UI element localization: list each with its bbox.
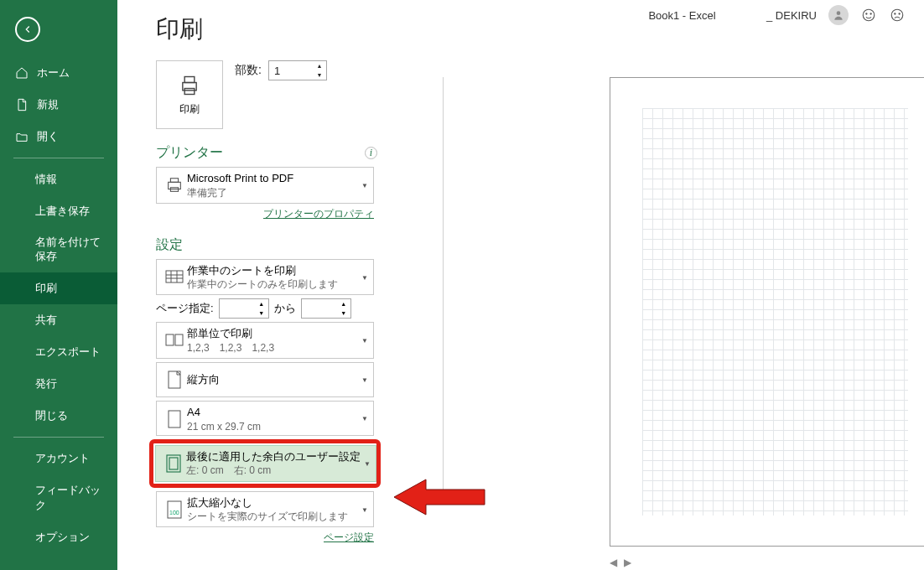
dd-title: A4 [187,405,368,420]
svg-rect-14 [169,411,180,428]
print-button[interactable]: 印刷 [156,60,223,129]
page-range-row: ページ指定: ▲▼ から ▲▼ [156,298,428,319]
smile-face-icon[interactable] [860,7,877,23]
nav-label: アカウント [35,451,90,466]
nav-share[interactable]: 共有 [0,304,117,336]
page-setup-link[interactable]: ページ設定 [156,531,374,545]
nav-label: 印刷 [35,281,57,296]
svg-point-20 [863,9,875,21]
svg-point-21 [866,13,867,14]
svg-text:100: 100 [169,510,179,516]
chevron-down-icon: ▼ [361,376,368,384]
dd-title: 縦方向 [187,372,368,387]
vertical-divider [443,77,444,493]
nav-label: フィードバック [35,483,106,513]
svg-point-25 [899,13,900,14]
callout-arrow-icon [394,476,486,518]
nav-label: 開く [37,129,59,144]
chevron-down-icon: ▼ [361,505,368,513]
nav-publish[interactable]: 発行 [0,368,117,400]
printer-name: Microsoft Print to PDF [187,171,368,186]
page-to-input[interactable]: ▲▼ [301,298,351,319]
scaling-icon: 100 [162,496,187,523]
highlighted-callout: 最後に適用した余白のユーザー設定 左: 0 cm 右: 0 cm ▼ [149,439,381,488]
svg-point-23 [891,9,903,21]
collate-icon [162,327,187,354]
svg-marker-26 [394,479,485,515]
info-icon[interactable]: i [365,147,377,159]
prev-page-icon[interactable]: ◀ [610,557,617,568]
page-size-icon [162,406,187,433]
orientation-portrait-icon [162,366,187,393]
copies-input[interactable]: 1 ▲▼ [268,60,327,80]
print-settings-panel: 印刷 印刷 部数: 1 ▲▼ プリンター i Microsoft [117,0,428,570]
back-button[interactable] [15,17,40,42]
title-bar: Book1 - Excel _ DEKIRU [459,0,906,30]
spinner-arrows-icon[interactable]: ▲▼ [313,61,326,80]
printer-icon [178,74,201,97]
printer-heading: プリンター i [156,144,428,162]
svg-rect-2 [184,88,195,94]
preview-grid [642,108,908,516]
margins-select[interactable]: 最後に適用した余白のユーザー設定 左: 0 cm 右: 0 cm ▼ [155,445,376,482]
nav-print[interactable]: 印刷 [0,272,117,304]
dd-sub: 左: 0 cm 右: 0 cm [186,464,371,477]
scaling-select[interactable]: 100 拡大縮小なし シートを実際のサイズで印刷します ▼ [156,491,374,528]
nav-export[interactable]: エクスポート [0,336,117,368]
chevron-down-icon: ▼ [361,337,368,345]
preview-nav: ◀ ▶ [610,557,907,568]
folder-open-icon [15,130,29,143]
username: _ DEKIRU [766,9,817,22]
svg-rect-16 [169,458,178,469]
settings-heading: 設定 [156,236,428,254]
print-button-label: 印刷 [179,102,200,117]
svg-rect-1 [184,76,195,82]
backstage-sidebar: ホーム 新規 開く 情報 上書き保存 名前を付けて保存 印刷 共有 エクスポート… [0,0,117,570]
nav-feedback[interactable]: フィードバック [0,474,117,521]
nav-info[interactable]: 情報 [0,163,117,195]
print-what-select[interactable]: 作業中のシートを印刷 作業中のシートのみを印刷します ▼ [156,259,374,296]
nav-label: 発行 [35,376,57,391]
nav-label: 名前を付けて保存 [35,236,106,264]
printer-select[interactable]: Microsoft Print to PDF 準備完了 ▼ [156,167,374,204]
main-area: 印刷 印刷 部数: 1 ▲▼ プリンター i Microsoft [117,0,924,570]
nav-account[interactable]: アカウント [0,443,117,474]
next-page-icon[interactable]: ▶ [624,557,631,568]
svg-rect-4 [170,179,178,183]
dd-sub: 1,2,3 1,2,3 1,2,3 [187,341,368,355]
svg-rect-6 [166,271,183,282]
dd-sub: シートを実際のサイズで印刷します [187,510,368,523]
nav-label: 情報 [35,172,57,187]
page-from-input[interactable]: ▲▼ [219,298,269,319]
nav-saveas[interactable]: 名前を付けて保存 [0,227,117,272]
copies-row: 部数: 1 ▲▼ [235,60,327,80]
margins-icon [161,450,186,477]
printer-properties-link[interactable]: プリンターのプロパティ [156,207,374,221]
nav-new[interactable]: 新規 [0,89,117,121]
page-range-label: ページ指定: [156,301,214,316]
chevron-down-icon: ▼ [361,273,368,281]
nav-label: 新規 [37,97,59,112]
nav-open[interactable]: 開く [0,121,117,153]
dd-sub: 21 cm x 29.7 cm [187,420,368,433]
document-icon [15,98,29,111]
chevron-down-icon: ▼ [361,181,368,189]
paper-size-select[interactable]: A4 21 cm x 29.7 cm ▼ [156,401,374,436]
printer-status: 準備完了 [187,186,368,200]
nav-save[interactable]: 上書き保存 [0,195,117,227]
orientation-select[interactable]: 縦方向 ▼ [156,362,374,397]
dd-title: 最後に適用した余白のユーザー設定 [186,449,371,464]
home-icon [15,66,29,80]
spinner-arrows-icon[interactable]: ▲▼ [255,299,268,318]
dd-sub: 作業中のシートのみを印刷します [187,277,368,291]
svg-rect-13 [169,371,180,388]
sad-face-icon[interactable] [889,7,906,23]
nav-home[interactable]: ホーム [0,57,117,89]
nav-options[interactable]: オプション [0,521,117,553]
svg-rect-11 [166,334,174,345]
user-avatar-icon[interactable] [828,5,849,25]
nav-close[interactable]: 閉じる [0,400,117,432]
collate-select[interactable]: 部単位で印刷 1,2,3 1,2,3 1,2,3 ▼ [156,322,374,359]
spinner-arrows-icon[interactable]: ▲▼ [337,299,350,318]
dd-title: 拡大縮小なし [187,495,368,510]
